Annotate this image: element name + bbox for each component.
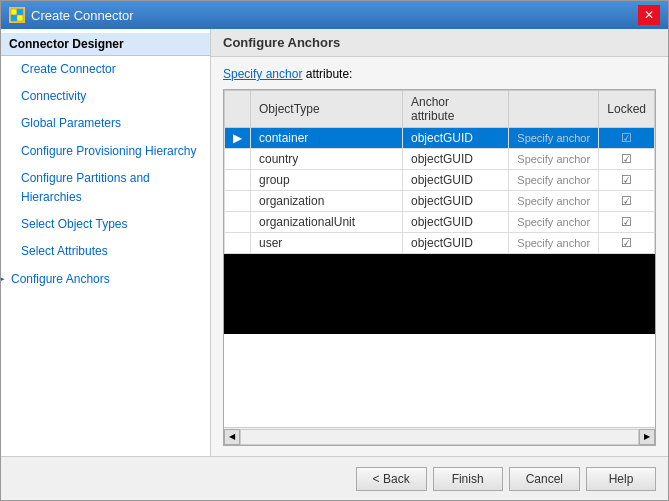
row-locked-checkbox-4: ☑ <box>621 215 632 229</box>
table-row[interactable]: groupobjectGUIDSpecify anchor☑ <box>225 170 655 191</box>
row-specify-btn-0[interactable]: Specify anchor <box>509 128 599 149</box>
row-specify-btn-3[interactable]: Specify anchor <box>509 191 599 212</box>
svg-rect-3 <box>17 15 23 21</box>
sidebar: Connector Designer Create ConnectorConne… <box>1 29 211 456</box>
sidebar-item-6[interactable]: Select Attributes <box>1 238 210 265</box>
row-anchor-attr-5: objectGUID <box>403 233 509 254</box>
table-body: ▶containerobjectGUIDSpecify anchor☑count… <box>225 128 655 254</box>
cancel-button[interactable]: Cancel <box>509 467 580 491</box>
sidebar-item-2[interactable]: Global Parameters <box>1 110 210 137</box>
row-arrow-0: ▶ <box>225 128 251 149</box>
table-header-row: ObjectType Anchorattribute Locked <box>225 91 655 128</box>
col-arrow <box>225 91 251 128</box>
app-icon <box>9 7 25 23</box>
row-locked-1: ☑ <box>599 149 655 170</box>
row-arrow-1 <box>225 149 251 170</box>
sidebar-item-3[interactable]: Configure Provisioning Hierarchy <box>1 138 210 165</box>
row-objecttype-3: organization <box>251 191 403 212</box>
row-locked-3: ☑ <box>599 191 655 212</box>
sidebar-item-7[interactable]: ➤Configure Anchors <box>1 266 210 293</box>
sidebar-item-label-7: Configure Anchors <box>11 270 110 289</box>
row-anchor-attr-4: objectGUID <box>403 212 509 233</box>
finish-button[interactable]: Finish <box>433 467 503 491</box>
sidebar-header: Connector Designer <box>1 33 210 56</box>
row-objecttype-4: organizationalUnit <box>251 212 403 233</box>
sidebar-item-0[interactable]: Create Connector <box>1 56 210 83</box>
content-area: Connector Designer Create ConnectorConne… <box>1 29 668 456</box>
table-row[interactable]: organizationalUnitobjectGUIDSpecify anch… <box>225 212 655 233</box>
row-arrow-3 <box>225 191 251 212</box>
specify-anchor-link[interactable]: Specify anchor <box>223 67 302 81</box>
black-area <box>224 254 655 334</box>
sidebar-active-arrow: ➤ <box>1 270 5 289</box>
scroll-right-arrow[interactable]: ▶ <box>639 429 655 445</box>
row-locked-checkbox-5: ☑ <box>621 236 632 250</box>
horizontal-scrollbar[interactable]: ◀ ▶ <box>224 427 655 445</box>
svg-rect-2 <box>11 15 17 21</box>
row-locked-0: ☑ <box>599 128 655 149</box>
sidebar-item-label-1: Connectivity <box>21 87 86 106</box>
row-objecttype-2: group <box>251 170 403 191</box>
row-anchor-attr-0: objectGUID <box>403 128 509 149</box>
sidebar-items: Create ConnectorConnectivityGlobal Param… <box>1 56 210 293</box>
back-button[interactable]: < Back <box>356 467 427 491</box>
sidebar-item-label-2: Global Parameters <box>21 114 121 133</box>
table-row[interactable]: countryobjectGUIDSpecify anchor☑ <box>225 149 655 170</box>
row-locked-checkbox-3: ☑ <box>621 194 632 208</box>
sidebar-item-label-4: Configure Partitions and Hierarchies <box>21 169 202 207</box>
sidebar-item-label-6: Select Attributes <box>21 242 108 261</box>
svg-rect-1 <box>17 9 23 15</box>
row-anchor-attr-2: objectGUID <box>403 170 509 191</box>
sidebar-item-4[interactable]: Configure Partitions and Hierarchies <box>1 165 210 211</box>
row-anchor-attr-1: objectGUID <box>403 149 509 170</box>
row-locked-4: ☑ <box>599 212 655 233</box>
anchors-table: ObjectType Anchorattribute Locked ▶conta… <box>224 90 655 254</box>
row-arrow-2 <box>225 170 251 191</box>
row-objecttype-0: container <box>251 128 403 149</box>
table-row[interactable]: userobjectGUIDSpecify anchor☑ <box>225 233 655 254</box>
svg-rect-0 <box>11 9 17 15</box>
main-window: Create Connector ✕ Connector Designer Cr… <box>0 0 669 501</box>
title-bar: Create Connector ✕ <box>1 1 668 29</box>
row-locked-checkbox-2: ☑ <box>621 173 632 187</box>
sidebar-item-1[interactable]: Connectivity <box>1 83 210 110</box>
row-locked-checkbox-1: ☑ <box>621 152 632 166</box>
row-locked-5: ☑ <box>599 233 655 254</box>
main-panel: Configure Anchors Specify anchor attribu… <box>211 29 668 456</box>
col-objecttype: ObjectType <box>251 91 403 128</box>
close-button[interactable]: ✕ <box>638 5 660 25</box>
specify-anchor-text: Specify anchor attribute: <box>223 67 656 81</box>
row-specify-btn-5[interactable]: Specify anchor <box>509 233 599 254</box>
sidebar-item-label-5: Select Object Types <box>21 215 128 234</box>
table-row[interactable]: organizationobjectGUIDSpecify anchor☑ <box>225 191 655 212</box>
table-row[interactable]: ▶containerobjectGUIDSpecify anchor☑ <box>225 128 655 149</box>
window-title: Create Connector <box>31 8 134 23</box>
col-anchor-attribute: Anchorattribute <box>403 91 509 128</box>
row-specify-btn-4[interactable]: Specify anchor <box>509 212 599 233</box>
row-locked-checkbox-0: ☑ <box>621 131 632 145</box>
row-specify-btn-2[interactable]: Specify anchor <box>509 170 599 191</box>
scroll-left-arrow[interactable]: ◀ <box>224 429 240 445</box>
main-content: Specify anchor attribute: ObjectType Anc… <box>211 57 668 456</box>
scroll-track[interactable] <box>240 429 639 445</box>
sidebar-item-label-0: Create Connector <box>21 60 116 79</box>
row-arrow-4 <box>225 212 251 233</box>
footer: < Back Finish Cancel Help <box>1 456 668 500</box>
sidebar-item-label-3: Configure Provisioning Hierarchy <box>21 142 196 161</box>
row-anchor-attr-3: objectGUID <box>403 191 509 212</box>
row-locked-2: ☑ <box>599 170 655 191</box>
table-container: ObjectType Anchorattribute Locked ▶conta… <box>223 89 656 446</box>
title-bar-left: Create Connector <box>9 7 134 23</box>
help-button[interactable]: Help <box>586 467 656 491</box>
main-panel-header: Configure Anchors <box>211 29 668 57</box>
row-objecttype-5: user <box>251 233 403 254</box>
row-objecttype-1: country <box>251 149 403 170</box>
specify-anchor-suffix: attribute: <box>302 67 352 81</box>
row-arrow-5 <box>225 233 251 254</box>
col-locked: Locked <box>599 91 655 128</box>
row-specify-btn-1[interactable]: Specify anchor <box>509 149 599 170</box>
sidebar-item-5[interactable]: Select Object Types <box>1 211 210 238</box>
col-specify <box>509 91 599 128</box>
table-wrapper[interactable]: ObjectType Anchorattribute Locked ▶conta… <box>224 90 655 427</box>
